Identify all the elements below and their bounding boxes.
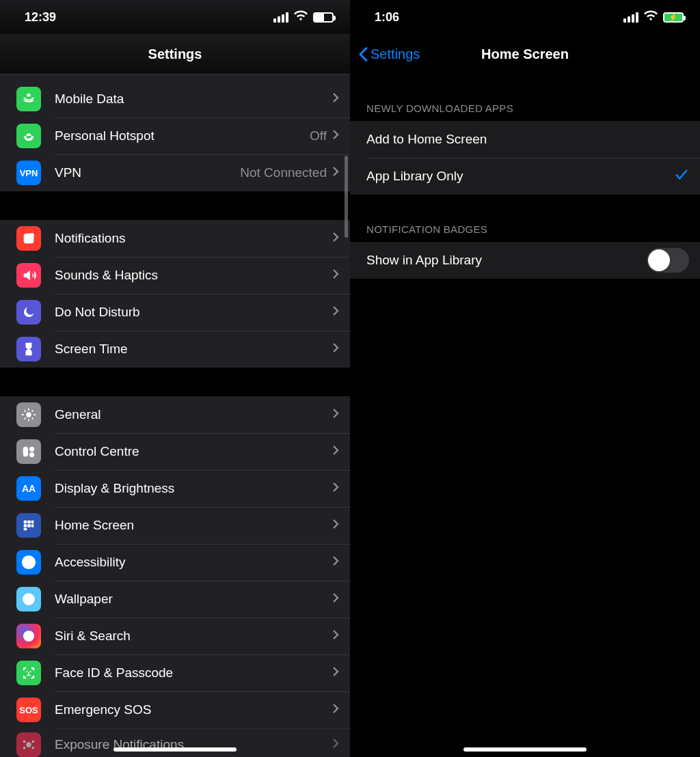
toggle-show-in-app-library[interactable] [647,248,689,273]
svg-rect-6 [24,521,27,524]
row-label: Show in App Library [366,253,647,268]
row-label: Personal Hotspot [55,128,310,143]
row-label: Face ID & Passcode [55,665,332,680]
chevron-right-icon [332,666,339,680]
back-label: Settings [371,46,420,62]
dnd-icon [16,300,41,325]
svg-rect-10 [27,524,31,527]
accessibility-icon [16,550,41,575]
svg-point-21 [26,742,31,747]
svg-rect-9 [24,524,27,527]
scroll-indicator[interactable] [345,156,348,238]
row-value: Not Connected [240,165,327,180]
home-screen-options: Newly Downloaded Apps Add to Home Screen… [350,74,700,757]
section-header-notification-badges: Notification Badges [350,195,700,242]
row-label: Notifications [55,231,332,246]
status-icons [273,9,334,26]
svg-rect-8 [31,521,34,524]
svg-rect-11 [31,524,34,527]
settings-group-connectivity: Mobile Data Personal Hotspot Off VPN VPN… [0,78,350,191]
svg-rect-3 [23,447,28,457]
option-app-library-only[interactable]: App Library Only [350,158,700,195]
settings-group-notifications: Notifications Sounds & Haptics Do Not Di… [0,220,350,368]
row-home-screen[interactable]: Home Screen [0,507,350,544]
row-label: Screen Time [55,342,332,357]
svg-point-5 [30,453,34,457]
row-wallpaper[interactable]: Wallpaper [0,581,350,618]
chevron-right-icon [332,129,339,143]
chevron-right-icon [332,269,339,282]
row-notifications[interactable]: Notifications [0,220,350,257]
svg-point-18 [24,631,34,642]
row-show-in-app-library[interactable]: Show in App Library [350,242,700,279]
row-siri[interactable]: Siri & Search [0,618,350,655]
chevron-right-icon [332,738,339,752]
svg-point-25 [32,747,35,749]
chevron-right-icon [332,342,339,356]
row-label: App Library Only [366,169,674,184]
gear-icon [16,402,41,427]
page-title: Home Screen [481,46,569,62]
row-sounds[interactable]: Sounds & Haptics [0,257,350,294]
status-bar: 12:39 [0,0,350,34]
home-indicator[interactable] [113,747,237,752]
back-button[interactable]: Settings [358,46,420,62]
home-screen-icon [16,513,41,538]
signal-icon [623,12,638,23]
svg-point-2 [27,413,31,417]
status-bar: 1:06 ⚡ [350,0,700,34]
settings-list[interactable]: Mobile Data Personal Hotspot Off VPN VPN… [0,74,350,757]
chevron-right-icon [332,482,339,495]
svg-point-24 [23,747,26,749]
svg-rect-12 [24,528,27,531]
chevron-right-icon [332,408,339,422]
chevron-right-icon [332,166,339,180]
row-general[interactable]: General [0,396,350,433]
battery-charging-icon: ⚡ [663,12,684,23]
row-label: VPN [55,165,240,180]
row-screentime[interactable]: Screen Time [0,331,350,368]
row-label: General [55,407,332,422]
home-indicator[interactable] [463,747,587,752]
chevron-right-icon [332,519,339,532]
siri-icon [16,624,41,648]
group-newly-downloaded: Add to Home Screen App Library Only [350,121,700,195]
svg-point-20 [30,671,31,672]
display-icon: AA [16,476,41,501]
chevron-right-icon [332,232,339,245]
wifi-icon [644,9,658,26]
row-personal-hotspot[interactable]: Personal Hotspot Off [0,118,350,154]
row-control-centre[interactable]: Control Centre [0,433,350,470]
row-vpn[interactable]: VPN VPN Not Connected [0,154,350,191]
wallpaper-icon [16,587,41,611]
faceid-icon [16,661,41,685]
screentime-icon [16,337,41,361]
row-label: Sounds & Haptics [55,268,332,283]
sounds-icon [16,263,41,288]
hotspot-icon [16,124,41,148]
checkmark-icon [674,167,689,185]
row-accessibility[interactable]: Accessibility [0,544,350,581]
svg-point-22 [23,741,26,743]
row-sos[interactable]: SOS Emergency SOS [0,691,350,728]
mobile-data-icon [16,87,41,111]
svg-point-14 [27,558,30,561]
row-mobile-data[interactable]: Mobile Data [0,81,350,118]
row-display[interactable]: AA Display & Brightness [0,470,350,507]
option-add-to-home-screen[interactable]: Add to Home Screen [350,121,700,158]
sos-icon: SOS [16,698,41,722]
nav-bar: Settings Home Screen [350,34,700,74]
row-dnd[interactable]: Do Not Disturb [0,294,350,331]
group-notification-badges: Show in App Library [350,242,700,279]
chevron-right-icon [332,629,339,643]
control-centre-icon [16,439,41,464]
row-exposure-notifications[interactable]: Exposure Notifications [0,728,350,757]
status-time: 12:39 [25,10,56,25]
svg-point-19 [26,671,27,672]
row-faceid[interactable]: Face ID & Passcode [0,655,350,691]
status-time: 1:06 [375,10,399,25]
nav-bar: Settings [0,34,350,74]
chevron-right-icon [332,305,339,319]
chevron-right-icon [332,445,339,458]
row-label: Control Centre [55,444,332,459]
